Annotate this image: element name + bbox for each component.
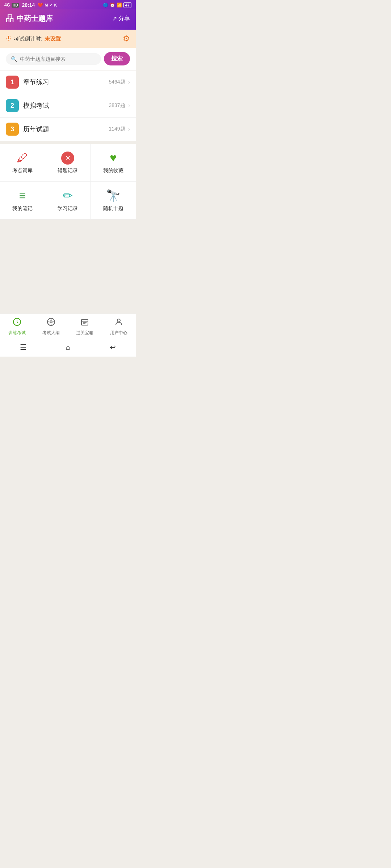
bottom-nav: 训练考试 考试大纲 过关宝箱	[0, 314, 136, 339]
hd-icon: HD	[12, 3, 19, 8]
outline-icon	[47, 318, 55, 328]
status-bar: 4G HD 20:14 ❤️ M ✓ K 🔵 ⏰ 📶 47	[0, 0, 136, 9]
category-item-2[interactable]: 2 模拟考试 3837题 ›	[0, 94, 136, 118]
app-header: 品 中药士题库 ↗ 分享	[0, 9, 136, 30]
random-icon: 🔭	[106, 189, 121, 203]
random-label: 随机十题	[103, 205, 123, 212]
empty-content-area	[0, 220, 136, 314]
svg-point-11	[117, 319, 120, 322]
notes-icon: ≡	[19, 189, 26, 203]
category-name-1: 章节练习	[23, 78, 109, 86]
outline-label: 考试大纲	[42, 330, 60, 336]
keyword-icon: 🖊	[17, 151, 28, 165]
category-name-3: 历年试题	[23, 125, 109, 133]
chevron-right-icon-3: ›	[128, 126, 130, 132]
train-icon	[13, 318, 21, 328]
feature-item-study[interactable]: ✏ 学习记录	[45, 182, 91, 220]
feature-item-notes[interactable]: ≡ 我的笔记	[0, 182, 45, 220]
category-num-1: 1	[6, 76, 19, 89]
search-button[interactable]: 搜索	[104, 52, 130, 65]
share-button[interactable]: ↗ 分享	[112, 15, 130, 22]
svg-point-2	[50, 321, 52, 323]
wrong-label: 错题记录	[58, 167, 78, 174]
notes-label: 我的笔记	[12, 205, 33, 212]
share-icon: ↗	[112, 15, 117, 22]
keyword-label: 考点词库	[12, 167, 33, 174]
nav-item-treasure[interactable]: 过关宝箱	[74, 318, 96, 336]
battery-indicator: 47	[123, 2, 131, 8]
system-nav-bar: ☰ ⌂ ↩	[0, 339, 136, 357]
status-left: 4G HD 20:14 ❤️ M ✓ K	[4, 2, 57, 8]
search-input-wrapper[interactable]: 🔍	[6, 53, 101, 65]
app-logo-icon: 品	[6, 13, 14, 24]
category-num-2: 2	[6, 99, 19, 112]
menu-system-btn[interactable]: ☰	[20, 343, 26, 352]
category-name-2: 模拟考试	[23, 101, 109, 110]
k-icon: K	[54, 3, 57, 7]
nav-item-train[interactable]: 训练考试	[6, 318, 28, 336]
search-input[interactable]	[20, 56, 96, 62]
feature-item-wrong[interactable]: ✕ 错题记录	[45, 144, 91, 182]
treasure-icon	[80, 318, 89, 328]
favorites-label: 我的收藏	[103, 167, 123, 174]
chevron-right-icon-1: ›	[128, 79, 130, 85]
check-icon: ✓	[49, 3, 52, 8]
search-bar: 🔍 搜索	[0, 48, 136, 70]
heart-icon: ❤️	[38, 3, 43, 8]
category-count-1: 5464题	[109, 79, 125, 85]
treasure-label: 过关宝箱	[76, 330, 93, 336]
category-count-2: 3837题	[109, 102, 125, 109]
signal-icon: 4G	[4, 3, 10, 8]
category-count-3: 1149题	[109, 126, 125, 132]
bluetooth-icon: 🔵	[103, 3, 108, 8]
favorites-icon: ♥	[110, 151, 117, 165]
nav-item-outline[interactable]: 考试大纲	[40, 318, 62, 336]
settings-icon[interactable]: ⚙	[123, 34, 130, 43]
feature-item-keyword[interactable]: 🖊 考点词库	[0, 144, 45, 182]
user-label: 用户中心	[110, 330, 127, 336]
back-system-btn[interactable]: ↩	[110, 343, 116, 352]
category-item-1[interactable]: 1 章节练习 5464题 ›	[0, 71, 136, 94]
countdown-value: 未设置	[45, 35, 61, 42]
feature-grid: 🖊 考点词库 ✕ 错题记录 ♥ 我的收藏 ≡ 我的笔记 ✏ 学习记录 🔭 随机十…	[0, 144, 136, 220]
time-display: 20:14	[22, 2, 35, 8]
train-label: 训练考试	[8, 330, 26, 336]
m-icon: M	[45, 3, 48, 7]
wrong-icon: ✕	[61, 152, 74, 165]
exam-countdown-bar: ⏱ 考试倒计时: 未设置 ⚙	[0, 30, 136, 48]
nav-item-user[interactable]: 用户中心	[108, 318, 130, 336]
category-item-3[interactable]: 3 历年试题 1149题 ›	[0, 118, 136, 141]
study-icon: ✏	[63, 189, 73, 203]
feature-item-favorites[interactable]: ♥ 我的收藏	[91, 144, 136, 182]
status-right: 🔵 ⏰ 📶 47	[103, 2, 131, 8]
clock-icon: ⏱	[6, 35, 12, 42]
countdown-label: 考试倒计时:	[14, 35, 42, 42]
category-num-3: 3	[6, 123, 19, 136]
app-title-group: 品 中药士题库	[6, 13, 53, 24]
home-system-btn[interactable]: ⌂	[66, 343, 70, 352]
share-label: 分享	[118, 15, 130, 22]
search-icon: 🔍	[11, 56, 17, 62]
wifi-icon: 📶	[117, 3, 122, 8]
feature-item-random[interactable]: 🔭 随机十题	[91, 182, 136, 220]
chevron-right-icon-2: ›	[128, 102, 130, 109]
svg-rect-7	[81, 319, 88, 325]
countdown-info: ⏱ 考试倒计时: 未设置	[6, 35, 61, 42]
user-icon	[114, 318, 123, 328]
app-title-text: 中药士题库	[17, 14, 53, 24]
category-list: 1 章节练习 5464题 › 2 模拟考试 3837题 › 3 历年试题 114…	[0, 71, 136, 141]
study-label: 学习记录	[58, 205, 78, 212]
alarm-icon: ⏰	[110, 3, 115, 8]
